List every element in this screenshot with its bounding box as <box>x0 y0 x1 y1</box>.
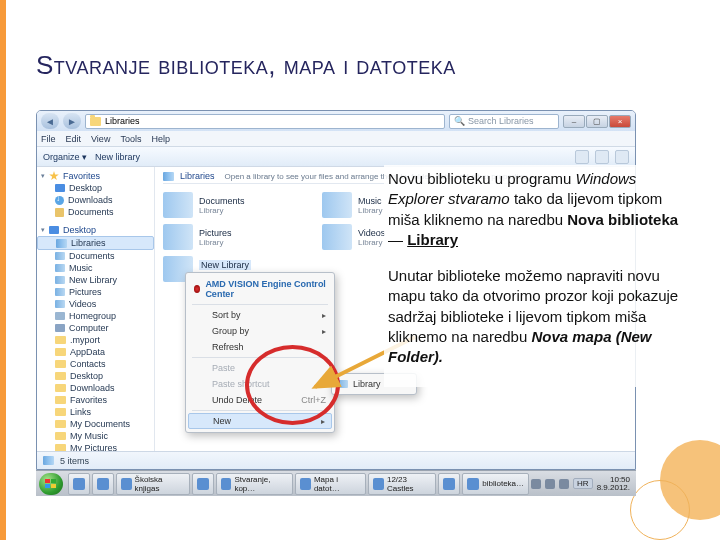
context-menu: AMD VISION Engine Control Center Sort by… <box>185 272 335 433</box>
folder-icon <box>55 444 66 451</box>
nav-item-downloads[interactable]: Downloads <box>37 194 154 206</box>
nav-item-music-lib[interactable]: Music <box>37 262 154 274</box>
organize-button[interactable]: Organize ▾ <box>43 152 87 162</box>
status-text: 5 items <box>60 456 89 466</box>
nav-back-button[interactable]: ◄ <box>41 113 59 129</box>
nav-item-folder[interactable]: Links <box>37 406 154 418</box>
taskbar-item[interactable]: 12/23 Castles <box>368 473 436 495</box>
context-refresh[interactable]: Refresh <box>186 339 334 355</box>
library-item-pictures[interactable]: PicturesLibrary <box>163 224 304 250</box>
nav-item-folder[interactable]: .myport <box>37 334 154 346</box>
nav-item-folder[interactable]: Contacts <box>37 358 154 370</box>
desktop-icon <box>55 184 65 192</box>
taskbar-item[interactable] <box>438 473 460 495</box>
nav-forward-button[interactable]: ► <box>63 113 81 129</box>
content-title: Libraries <box>180 171 215 181</box>
folder-icon <box>55 420 66 428</box>
folder-icon <box>55 432 66 440</box>
nav-item-folder[interactable]: My Pictures <box>37 442 154 451</box>
context-paste: Paste <box>186 360 334 376</box>
amd-icon <box>194 285 200 293</box>
context-new[interactable]: New▸ <box>188 413 332 429</box>
nav-item-folder[interactable]: My Music <box>37 430 154 442</box>
nav-item-folder[interactable]: AppData <box>37 346 154 358</box>
search-placeholder: Search Libraries <box>468 116 534 126</box>
decorative-ring <box>630 480 690 540</box>
app-icon <box>467 478 479 490</box>
nav-item-libraries[interactable]: Libraries <box>37 236 154 250</box>
app-icon <box>373 478 384 490</box>
search-input[interactable]: 🔍 Search Libraries <box>449 114 559 129</box>
app-icon <box>73 478 85 490</box>
separator <box>192 357 328 358</box>
desktop-icon <box>49 226 59 234</box>
library-icon <box>163 224 193 250</box>
language-indicator[interactable]: HR <box>573 478 593 489</box>
accent-bar <box>0 0 6 540</box>
app-icon <box>443 478 455 490</box>
library-icon <box>55 252 65 260</box>
context-undo-delete[interactable]: Undo DeleteCtrl+Z <box>186 392 334 408</box>
nav-item-newlibrary[interactable]: New Library <box>37 274 154 286</box>
library-item-documents[interactable]: DocumentsLibrary <box>163 192 304 218</box>
library-icon <box>322 224 352 250</box>
tray-icon[interactable] <box>545 479 555 489</box>
slide-title: Stvaranje biblioteka, mapa i datoteka <box>36 50 456 81</box>
minimize-button[interactable]: – <box>563 115 585 128</box>
nav-item-homegroup[interactable]: Homegroup <box>37 310 154 322</box>
taskbar-item[interactable]: Školska knjigas <box>116 473 190 495</box>
context-sort-by[interactable]: Sort by▸ <box>186 307 334 323</box>
menu-edit[interactable]: Edit <box>66 134 82 144</box>
view-mode-button[interactable] <box>575 150 589 164</box>
tray-icon[interactable] <box>531 479 541 489</box>
menu-file[interactable]: File <box>41 134 56 144</box>
computer-icon <box>55 324 65 332</box>
taskbar-item[interactable]: Mapa i datot… <box>295 473 366 495</box>
nav-item-folder[interactable]: Downloads <box>37 382 154 394</box>
nav-item-pictures-lib[interactable]: Pictures <box>37 286 154 298</box>
nav-item-folder[interactable]: My Documents <box>37 418 154 430</box>
nav-item-folder[interactable]: Desktop <box>37 370 154 382</box>
nav-item-folder[interactable]: Favorites <box>37 394 154 406</box>
menu-tools[interactable]: Tools <box>120 134 141 144</box>
folder-icon <box>55 336 66 344</box>
address-bar[interactable]: Libraries <box>85 114 445 129</box>
window-controls: – ▢ × <box>563 115 631 128</box>
menu-bar: File Edit View Tools Help <box>37 131 635 147</box>
taskbar-item[interactable]: biblioteka… <box>462 473 529 495</box>
nav-item-documents[interactable]: Documents <box>37 206 154 218</box>
nav-item-desktop[interactable]: Desktop <box>37 182 154 194</box>
app-icon <box>300 478 311 490</box>
context-group-by[interactable]: Group by▸ <box>186 323 334 339</box>
menu-help[interactable]: Help <box>151 134 170 144</box>
clock[interactable]: 10:508.9.2012. <box>597 476 632 492</box>
app-icon <box>97 478 109 490</box>
help-button[interactable] <box>615 150 629 164</box>
nav-item-documents-lib[interactable]: Documents <box>37 250 154 262</box>
taskbar-item[interactable] <box>68 473 90 495</box>
nav-item-videos-lib[interactable]: Videos <box>37 298 154 310</box>
nav-item-computer[interactable]: Computer <box>37 322 154 334</box>
context-menu-vendor-item[interactable]: AMD VISION Engine Control Center <box>186 276 334 302</box>
preview-pane-button[interactable] <box>595 150 609 164</box>
tray-icon[interactable] <box>559 479 569 489</box>
menu-view[interactable]: View <box>91 134 110 144</box>
maximize-button[interactable]: ▢ <box>586 115 608 128</box>
documents-icon <box>55 208 64 217</box>
libraries-icon <box>163 172 174 181</box>
nav-favorites-header[interactable]: ▾ Favorites <box>37 170 154 182</box>
taskbar: Školska knjigas Stvaranje, kop… Mapa i d… <box>36 470 636 496</box>
separator <box>192 410 328 411</box>
new-library-button[interactable]: New library <box>95 152 140 162</box>
libraries-icon <box>43 456 54 465</box>
context-paste-shortcut: Paste shortcut <box>186 376 334 392</box>
nav-desktop-header[interactable]: ▾ Desktop <box>37 224 154 236</box>
folder-icon <box>55 348 66 356</box>
start-button[interactable] <box>39 473 63 495</box>
folder-icon <box>55 360 66 368</box>
taskbar-item[interactable]: Stvaranje, kop… <box>216 473 294 495</box>
close-button[interactable]: × <box>609 115 631 128</box>
folder-icon <box>55 384 66 392</box>
taskbar-item[interactable] <box>92 473 114 495</box>
taskbar-item[interactable] <box>192 473 214 495</box>
